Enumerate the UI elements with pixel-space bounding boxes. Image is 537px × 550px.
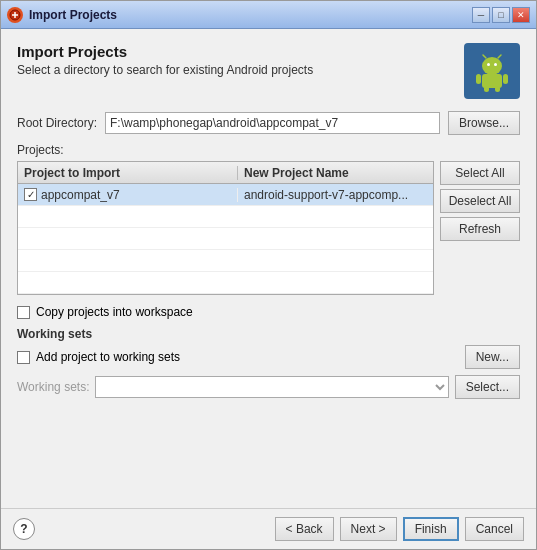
svg-rect-10 xyxy=(476,74,481,84)
refresh-button[interactable]: Refresh xyxy=(440,217,520,241)
empty-row-3 xyxy=(18,250,433,272)
projects-label: Projects: xyxy=(17,143,520,157)
header-section: Import Projects Select a directory to se… xyxy=(17,43,520,99)
dialog-subtitle: Select a directory to search for existin… xyxy=(17,63,313,77)
working-sets-section: Working sets Add project to working sets… xyxy=(17,327,520,399)
svg-rect-9 xyxy=(482,74,502,88)
deselect-all-button[interactable]: Deselect All xyxy=(440,189,520,213)
row-checkbox[interactable]: ✓ xyxy=(24,188,37,201)
title-bar-label: Import Projects xyxy=(29,8,472,22)
header-text: Import Projects Select a directory to se… xyxy=(17,43,313,77)
bottom-buttons: < Back Next > Finish Cancel xyxy=(275,517,524,541)
bottom-bar: ? < Back Next > Finish Cancel xyxy=(1,508,536,549)
title-bar-controls: ─ □ ✕ xyxy=(472,7,530,23)
root-dir-label: Root Directory: xyxy=(17,116,97,130)
finish-button[interactable]: Finish xyxy=(403,517,459,541)
copy-workspace-checkbox[interactable] xyxy=(17,306,30,319)
project-name: appcompat_v7 xyxy=(41,188,120,202)
col-new-name: New Project Name xyxy=(238,166,433,180)
working-sets-title: Working sets xyxy=(17,327,520,341)
svg-rect-13 xyxy=(495,86,500,92)
side-buttons: Select All Deselect All Refresh xyxy=(440,161,520,295)
title-bar: Import Projects ─ □ ✕ xyxy=(1,1,536,29)
copy-workspace-row: Copy projects into workspace xyxy=(17,305,520,319)
help-button[interactable]: ? xyxy=(13,518,35,540)
svg-point-5 xyxy=(487,63,490,66)
table-row[interactable]: ✓ appcompat_v7 android-support-v7-appcom… xyxy=(18,184,433,206)
select-all-button[interactable]: Select All xyxy=(440,161,520,185)
root-dir-row: Root Directory: Browse... xyxy=(17,111,520,135)
project-import-cell: ✓ appcompat_v7 xyxy=(18,188,238,202)
new-name-cell: android-support-v7-appcomp... xyxy=(238,188,433,202)
close-button[interactable]: ✕ xyxy=(512,7,530,23)
browse-button[interactable]: Browse... xyxy=(448,111,520,135)
table-body: ✓ appcompat_v7 android-support-v7-appcom… xyxy=(18,184,433,294)
empty-row-2 xyxy=(18,228,433,250)
root-dir-input[interactable] xyxy=(105,112,440,134)
maximize-button[interactable]: □ xyxy=(492,7,510,23)
svg-rect-12 xyxy=(484,86,489,92)
empty-row-1 xyxy=(18,206,433,228)
ws-label: Working sets: xyxy=(17,380,89,394)
dialog-title: Import Projects xyxy=(17,43,313,60)
col-project-import: Project to Import xyxy=(18,166,238,180)
projects-section: Project to Import New Project Name ✓ app… xyxy=(17,161,520,295)
svg-point-6 xyxy=(494,63,497,66)
android-logo xyxy=(464,43,520,99)
ws-select[interactable] xyxy=(95,376,448,398)
window-icon xyxy=(7,7,23,23)
minimize-button[interactable]: ─ xyxy=(472,7,490,23)
copy-workspace-label: Copy projects into workspace xyxy=(36,305,193,319)
svg-rect-11 xyxy=(503,74,508,84)
main-window: Import Projects ─ □ ✕ Import Projects Se… xyxy=(0,0,537,550)
add-ws-label: Add project to working sets xyxy=(36,350,180,364)
svg-point-4 xyxy=(482,57,502,75)
next-button[interactable]: Next > xyxy=(340,517,397,541)
ws-select-button[interactable]: Select... xyxy=(455,375,520,399)
add-ws-checkbox[interactable] xyxy=(17,351,30,364)
projects-table: Project to Import New Project Name ✓ app… xyxy=(17,161,434,295)
back-button[interactable]: < Back xyxy=(275,517,334,541)
content-area: Import Projects Select a directory to se… xyxy=(1,29,536,508)
empty-row-4 xyxy=(18,272,433,294)
cancel-button[interactable]: Cancel xyxy=(465,517,524,541)
ws-input-row: Working sets: Select... xyxy=(17,375,520,399)
add-to-ws-row: Add project to working sets New... xyxy=(17,345,520,369)
new-ws-button[interactable]: New... xyxy=(465,345,520,369)
table-header: Project to Import New Project Name xyxy=(18,162,433,184)
